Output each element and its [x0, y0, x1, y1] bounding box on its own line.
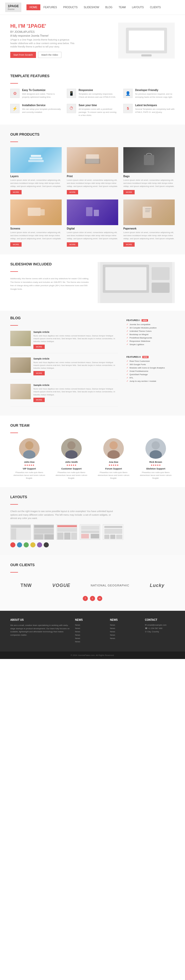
- monitor-graphic: [126, 28, 167, 53]
- product-img-print: [67, 147, 118, 173]
- footer-link-n2[interactable]: News: [75, 627, 105, 630]
- svg-rect-7: [40, 209, 45, 215]
- product-screens: Screens Lorem ipsum dolor sit amet, cons…: [10, 199, 62, 247]
- blog-more-2[interactable]: MORE: [34, 371, 45, 375]
- team-avatar-2: [61, 438, 82, 459]
- features-badge-1: NEW: [142, 319, 148, 321]
- product-bags: Bags Lorem ipsum dolor sit amet, consect…: [123, 147, 175, 194]
- product-more-paperwork[interactable]: MORE: [123, 242, 135, 247]
- color-swatch-yellow[interactable]: [30, 542, 35, 547]
- svg-rect-46: [104, 529, 122, 534]
- product-img-screens: [10, 199, 62, 225]
- team-avatar-1: [19, 438, 40, 459]
- products-divider: [10, 142, 18, 142]
- team-name-4: Rick Brown: [137, 461, 175, 463]
- nav-item-home[interactable]: HOME: [26, 4, 40, 10]
- video-button[interactable]: Watch the Video: [38, 52, 62, 58]
- svg-rect-28: [11, 528, 16, 539]
- layout-thumb-3: [56, 524, 77, 540]
- footer-link-n2-2[interactable]: News: [110, 627, 140, 630]
- clients-divider: [10, 572, 18, 573]
- blog-post-3: Sample Article Nunc sed risus dapibus ne…: [10, 384, 118, 406]
- svg-rect-29: [17, 528, 31, 539]
- color-swatch-red[interactable]: [10, 542, 15, 547]
- footer-link-location[interactable]: ⊙ City, Country: [145, 630, 175, 633]
- svg-rect-42: [81, 534, 89, 538]
- nav-item-blog[interactable]: BLOG: [102, 4, 116, 10]
- nav-item-features[interactable]: FEATURES: [40, 4, 60, 10]
- svg-rect-4: [85, 159, 100, 164]
- svg-point-23: [109, 441, 118, 450]
- layout-thumb-2: [34, 524, 54, 540]
- svg-rect-49: [116, 535, 122, 539]
- nav-item-clients[interactable]: CLIENTS: [147, 4, 164, 10]
- svg-rect-48: [110, 535, 115, 539]
- check-icon: ✓: [126, 326, 129, 329]
- color-swatch-purple[interactable]: [37, 542, 42, 547]
- team-desc-4: Phasellus non nulla quis libero elementu…: [137, 471, 175, 480]
- footer-link-n2-1[interactable]: News: [110, 624, 140, 626]
- product-more-screens[interactable]: MORE: [10, 242, 22, 247]
- svg-point-26: [150, 450, 162, 459]
- color-swatch-blue[interactable]: [17, 542, 22, 547]
- svg-rect-45: [104, 526, 122, 528]
- footer-link-n2-5[interactable]: News: [110, 637, 140, 640]
- blog-post-excerpt-3: Nunc sed risus dapibus nec vores metus c…: [34, 387, 118, 396]
- footer-link-email[interactable]: ✉ email@example.com: [145, 624, 175, 626]
- product-more-digital[interactable]: MORE: [67, 242, 78, 247]
- blog-post-img-1: [10, 331, 31, 346]
- slideshow-divider: [10, 271, 18, 272]
- layouts-divider: [10, 504, 18, 504]
- nav-item-team[interactable]: TEAM: [116, 4, 129, 10]
- product-more-layers[interactable]: MORE: [10, 190, 22, 194]
- footer-link-n5[interactable]: News: [75, 637, 105, 640]
- product-img-paperwork: [123, 199, 175, 225]
- nav-item-slideshow[interactable]: SLIDESHOW: [81, 4, 102, 10]
- team-member-3: Ana Doe ★★★★★ Forum Support Phasellus no…: [95, 438, 133, 480]
- product-more-print[interactable]: MORE: [67, 190, 78, 194]
- start-button[interactable]: Start From Scratch: [10, 52, 36, 58]
- feature-item-service: ⚡ Installation Service We can setup your…: [10, 104, 62, 117]
- svg-point-22: [65, 450, 77, 459]
- team-stars-4: ★★★★★: [137, 464, 175, 466]
- check-icon: ✓: [126, 363, 129, 366]
- features-list-title-1: FEATURES I NEW: [126, 319, 172, 321]
- nav-item-layouts[interactable]: LAYOUTS: [129, 4, 147, 10]
- footer-link-n4[interactable]: News: [75, 634, 105, 636]
- social-instagram[interactable]: in: [97, 596, 102, 601]
- feature-list-item-2-3: ✓Modules with Icons & Google Analytics: [126, 366, 172, 369]
- social-facebook[interactable]: f: [83, 596, 88, 601]
- nav-item-products[interactable]: PRODUCTS: [60, 4, 81, 10]
- clients-logos: TNW VOGUE NATIONAL GEOGRAPHIC Lucky: [10, 578, 175, 593]
- social-twitter[interactable]: t: [90, 596, 95, 601]
- hero-tag: A fully responsive Joomla Theme!: [10, 34, 77, 37]
- feature-list-item-1-5: ✓Predefined Backgrounds: [126, 336, 172, 339]
- svg-rect-31: [34, 528, 54, 534]
- footer-link-n3[interactable]: News: [75, 630, 105, 633]
- footer-link-n1[interactable]: News: [75, 624, 105, 626]
- feature-list-item-2-6: ✓RTL: [126, 376, 172, 379]
- svg-point-20: [23, 450, 35, 459]
- blog-more-3[interactable]: MORE: [34, 398, 45, 402]
- product-name-digital: Digital: [67, 227, 118, 230]
- slideshow-image: [98, 262, 175, 303]
- footer-link-phone[interactable]: ☎ +1 234 567 890: [145, 627, 175, 630]
- color-swatch-dark[interactable]: [44, 542, 49, 547]
- client-logo-vogue: VOGUE: [52, 583, 70, 588]
- save-icon: ⏱: [67, 104, 76, 113]
- product-more-bags[interactable]: MORE: [123, 190, 135, 194]
- blog-more-1[interactable]: MORE: [34, 345, 45, 349]
- footer-link-n2-3[interactable]: News: [110, 630, 140, 633]
- svg-rect-16: [105, 267, 146, 290]
- svg-rect-17: [151, 267, 170, 280]
- svg-rect-36: [57, 533, 63, 539]
- team-stars-2: ★★★★★: [52, 464, 90, 466]
- footer-link-n6[interactable]: News: [75, 641, 105, 643]
- svg-rect-27: [11, 525, 31, 528]
- team-name-1: John Doe: [10, 461, 48, 463]
- team-stars-3: ★★★★★: [95, 464, 133, 466]
- product-layers: Layers Lorem ipsum dolor sit amet, conse…: [10, 147, 62, 194]
- color-swatch-green[interactable]: [24, 542, 29, 547]
- footer-link-n2-4[interactable]: News: [110, 634, 140, 636]
- product-img-bags: [123, 147, 175, 173]
